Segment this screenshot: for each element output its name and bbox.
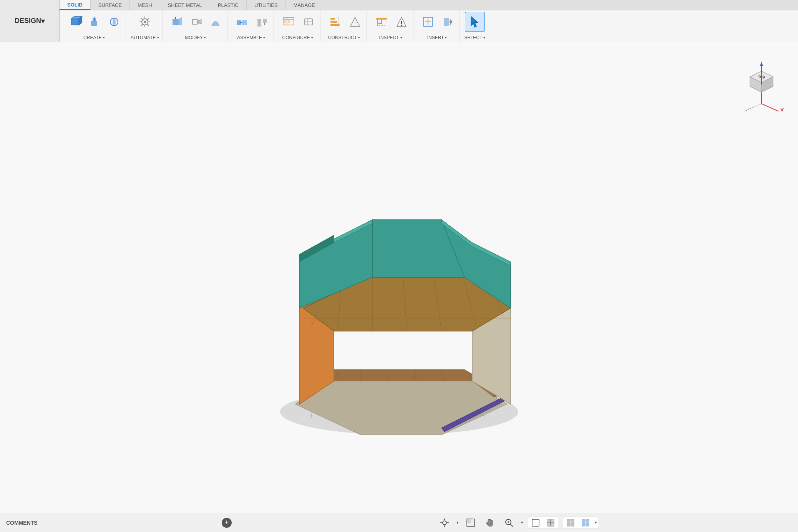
create-group: CREATE ▾ [63, 10, 126, 42]
pan-btn[interactable] [483, 515, 497, 530]
svg-rect-90 [567, 523, 570, 526]
svg-line-65 [762, 104, 779, 111]
select-icons [465, 12, 485, 32]
create-dropdown-arrow: ▾ [103, 36, 105, 40]
zoom-dropdown[interactable]: ▾ [521, 520, 523, 525]
display-settings-btn[interactable] [463, 515, 478, 530]
toolbar-buttons: CREATE ▾ [60, 10, 798, 42]
configure-btn2[interactable] [300, 13, 317, 30]
svg-marker-72 [760, 61, 763, 66]
layout-dropdown[interactable]: ▾ [593, 520, 599, 525]
viewport: X Top [0, 42, 798, 513]
3d-model [226, 143, 572, 443]
svg-rect-93 [586, 519, 589, 522]
assemble-dropdown-arrow: ▾ [263, 36, 265, 40]
svg-rect-41 [330, 18, 335, 20]
create-label[interactable]: CREATE ▾ [83, 35, 105, 40]
configure-group: CONFIGURE ▾ [275, 10, 320, 42]
svg-text:X: X [780, 107, 784, 111]
insert-btn1[interactable] [418, 12, 438, 32]
svg-point-7 [113, 18, 116, 26]
view-cube-svg: X Top [737, 54, 786, 111]
tab-solid[interactable]: SOLID [60, 0, 91, 10]
construct-btn1[interactable] [325, 12, 345, 32]
configure-btn1[interactable] [279, 12, 299, 32]
toolbar: DESIGN ▾ SOLID SURFACE MESH SHEET METAL … [0, 0, 798, 42]
svg-rect-29 [263, 19, 267, 23]
add-comment-button[interactable]: + [222, 518, 232, 528]
svg-rect-42 [330, 21, 337, 23]
tab-manage[interactable]: MANAGE [286, 0, 323, 10]
svg-rect-36 [284, 20, 286, 23]
svg-rect-47 [376, 18, 387, 20]
view-options-group [528, 517, 558, 529]
inspect-group: INSPECT ▾ [368, 10, 413, 42]
svg-rect-43 [330, 24, 340, 26]
configure-label[interactable]: CONFIGURE ▾ [282, 35, 313, 40]
tab-surface[interactable]: SURFACE [91, 0, 130, 10]
design-label: DESIGN [15, 17, 41, 25]
svg-rect-89 [571, 519, 574, 522]
view-cube[interactable]: X Top [737, 54, 783, 108]
tab-sheet-metal[interactable]: SHEET METAL [160, 0, 210, 10]
assemble-btn2[interactable] [254, 13, 270, 30]
design-button[interactable]: DESIGN ▾ [0, 0, 60, 42]
insert-btn2[interactable] [440, 13, 456, 30]
bottom-bar: COMMENTS + ▾ [0, 513, 798, 532]
modify-group: MODIFY ▾ [164, 10, 227, 42]
inspect-icons [372, 12, 410, 32]
svg-point-73 [443, 521, 446, 525]
svg-rect-57 [444, 18, 449, 26]
modify-label[interactable]: MODIFY ▾ [185, 35, 206, 40]
svg-line-64 [744, 104, 762, 111]
modify-btn2[interactable] [189, 13, 206, 30]
svg-rect-79 [467, 519, 471, 523]
create-extrude-btn[interactable] [87, 13, 104, 30]
svg-rect-21 [197, 20, 202, 24]
construct-dropdown-arrow: ▾ [358, 36, 360, 40]
automate-icons [135, 12, 155, 32]
svg-point-13 [144, 21, 146, 23]
svg-rect-0 [71, 19, 79, 25]
comments-section: COMMENTS + [0, 513, 238, 532]
svg-rect-38 [305, 19, 312, 25]
construct-label[interactable]: CONSTRUCT ▾ [328, 35, 360, 40]
tab-mesh[interactable]: MESH [130, 0, 160, 10]
grid-btn[interactable] [563, 517, 578, 529]
automate-btn[interactable] [135, 12, 155, 32]
create-box-btn[interactable] [66, 12, 86, 32]
layout-btn[interactable] [578, 517, 593, 529]
tab-plastic[interactable]: PLASTIC [210, 0, 247, 10]
select-label[interactable]: SELECT ▾ [465, 35, 486, 40]
canvas-area[interactable]: X Top [0, 42, 798, 513]
insert-icons [418, 12, 456, 32]
inspect-btn2[interactable] [393, 13, 410, 30]
svg-line-15 [147, 24, 149, 26]
automate-dropdown-arrow: ▾ [157, 36, 159, 40]
modify-btn3[interactable] [207, 13, 224, 30]
assemble-label[interactable]: ASSEMBLE ▾ [237, 35, 265, 40]
shaded-btn[interactable] [543, 517, 558, 529]
automate-label[interactable]: AUTOMATE ▾ [131, 35, 159, 40]
assemble-btn1[interactable] [232, 12, 252, 32]
svg-rect-88 [567, 519, 570, 522]
insert-label[interactable]: INSERT ▾ [427, 35, 447, 40]
create-revolve-btn[interactable] [106, 13, 123, 30]
modify-dropdown-arrow: ▾ [204, 36, 206, 40]
modify-btn1[interactable] [167, 12, 187, 32]
inspect-label[interactable]: INSPECT ▾ [379, 35, 402, 40]
construct-icons [325, 12, 363, 32]
svg-line-14 [141, 18, 143, 20]
snap-controls-btn[interactable] [437, 515, 452, 530]
insert-dropdown-arrow: ▾ [445, 36, 447, 40]
svg-line-16 [147, 18, 149, 20]
zoom-fit-btn[interactable] [502, 515, 516, 530]
inspect-btn1[interactable] [372, 12, 392, 32]
design-arrow: ▾ [41, 17, 45, 25]
grid-options-group: ▾ [563, 517, 599, 529]
select-btn[interactable] [465, 12, 485, 32]
construct-btn2[interactable] [347, 13, 363, 30]
snap-dropdown[interactable]: ▾ [456, 520, 459, 525]
wireframe-btn[interactable] [528, 517, 543, 529]
tab-utilities[interactable]: UTILITIES [247, 0, 286, 10]
